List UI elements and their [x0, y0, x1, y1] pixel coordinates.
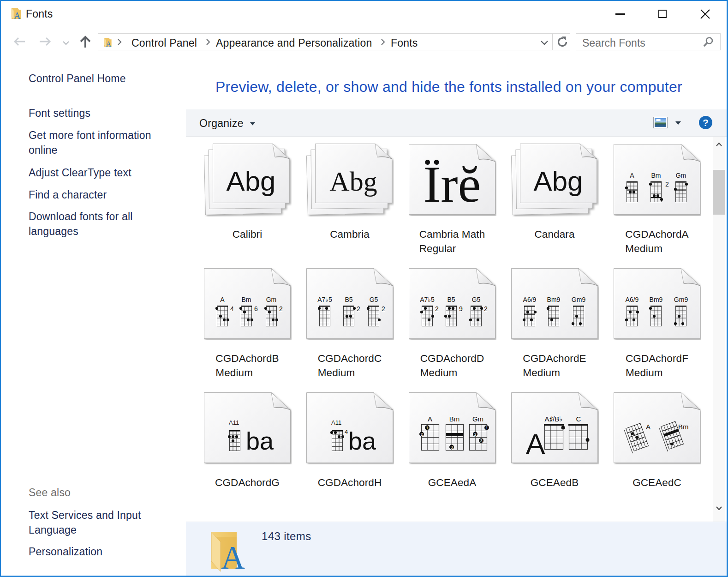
svg-text:ba: ba — [246, 427, 274, 455]
svg-text:C: C — [576, 415, 581, 423]
svg-text:A11: A11 — [331, 419, 341, 426]
svg-text:A: A — [630, 172, 634, 179]
svg-text:3: 3 — [480, 439, 483, 443]
svg-text:2: 2 — [474, 432, 477, 437]
svg-text:B5: B5 — [447, 296, 455, 303]
svg-text:A7♭5: A7♭5 — [317, 296, 332, 303]
svg-text:Gm: Gm — [266, 296, 277, 303]
svg-text:6: 6 — [254, 305, 258, 313]
svg-text:2: 2 — [382, 305, 385, 313]
svg-text:A: A — [221, 539, 245, 572]
svg-text:2: 2 — [279, 305, 283, 313]
svg-text:A6/9: A6/9 — [523, 296, 537, 303]
svg-text:Abg: Abg — [534, 166, 583, 197]
svg-text:A♯/B♭: A♯/B♭ — [545, 415, 563, 423]
svg-text:Bm9: Bm9 — [547, 296, 561, 303]
svg-text:Bm: Bm — [242, 296, 251, 303]
svg-text:A: A — [220, 296, 225, 303]
svg-text:1: 1 — [486, 426, 488, 430]
svg-text:4: 4 — [345, 428, 348, 435]
svg-text:Gm9: Gm9 — [674, 296, 688, 303]
svg-text:4: 4 — [230, 305, 234, 313]
svg-text:A: A — [526, 428, 545, 460]
svg-text:Abg: Abg — [227, 166, 276, 197]
svg-text:G5: G5 — [370, 296, 378, 303]
svg-text:1: 1 — [426, 426, 429, 430]
svg-text:A7♭5: A7♭5 — [420, 296, 435, 303]
svg-text:A: A — [428, 415, 432, 423]
svg-text:2: 2 — [357, 305, 360, 313]
svg-text:Ïrĕ: Ïrĕ — [424, 156, 481, 213]
svg-text:Bm: Bm — [651, 172, 661, 179]
svg-text:2: 2 — [421, 432, 423, 437]
svg-text:B5: B5 — [345, 296, 352, 303]
svg-text:Bm: Bm — [449, 415, 460, 423]
svg-text:A: A — [106, 40, 112, 48]
svg-text:Gm: Gm — [472, 415, 483, 423]
svg-text:Bm9: Bm9 — [650, 296, 663, 303]
svg-text:G5: G5 — [472, 296, 481, 303]
svg-text:A: A — [646, 423, 650, 431]
svg-text:Gm: Gm — [676, 172, 686, 179]
svg-text:A6/9: A6/9 — [626, 296, 639, 303]
svg-text:Gm9: Gm9 — [572, 296, 586, 303]
svg-text:Bm: Bm — [678, 423, 689, 431]
svg-text:A11: A11 — [229, 419, 239, 426]
svg-text:2: 2 — [435, 305, 439, 313]
svg-text:9: 9 — [459, 305, 463, 313]
svg-text:2: 2 — [484, 305, 488, 313]
svg-text:3: 3 — [451, 445, 453, 450]
svg-text:2: 2 — [665, 180, 669, 188]
svg-text:Abg: Abg — [329, 166, 377, 197]
svg-text:A: A — [14, 11, 21, 20]
svg-text:ba: ba — [348, 427, 376, 455]
